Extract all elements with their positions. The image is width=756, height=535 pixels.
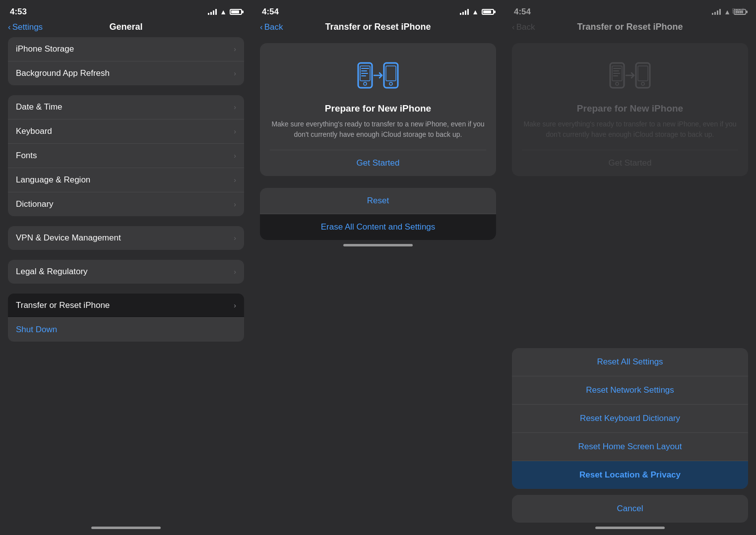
back-label-3: Back [516,22,535,32]
svg-rect-6 [361,75,366,76]
page-title-1: General [109,22,142,32]
dimmed-overlay: 4:54 ▲ Bath ‹ Back Transf [504,0,756,342]
bg-refresh-label: Background App Refresh [16,68,110,78]
nav-bar-2: ‹ Back Transfer or Reset iPhone [252,20,504,37]
chevron-icon: › [234,301,236,309]
keyboard-label: Keyboard [16,126,52,136]
svg-point-12 [616,82,619,85]
shutdown-label: Shut Down [16,325,57,335]
home-indicator-2 [343,244,413,246]
reset-location-privacy[interactable]: Reset Location & Privacy [512,461,748,489]
signal-bar-2 [462,12,464,15]
status-icons-1: ▲ [208,8,242,16]
settings-item-language[interactable]: Language & Region › [8,168,244,192]
chevron-icon: › [234,268,236,276]
status-bar-2: 4:54 ▲ [252,0,504,20]
panel-transfer: 4:54 ▲ ‹ Back Transfer or Reset iPhone [252,0,504,535]
settings-item-legal[interactable]: Legal & Regulatory › [8,260,244,284]
reset-keyboard-dictionary[interactable]: Reset Keyboard Dictionary [512,405,748,433]
transfer-reset-label: Transfer or Reset iPhone [16,300,110,310]
chevron-left-icon-2: ‹ [260,22,263,32]
vpn-label: VPN & Device Management [16,233,121,243]
signal-bar-4 [719,9,721,15]
reset-home-screen[interactable]: Reset Home Screen Layout [512,433,748,461]
signal-icon [208,9,217,15]
signal-bar-2 [714,12,716,15]
back-button-2[interactable]: ‹ Back [260,22,283,32]
chevron-left-icon: ‹ [8,22,11,32]
wifi-icon-3: ▲ [724,8,731,16]
cancel-button[interactable]: Cancel [512,495,748,523]
settings-group-locale: Date & Time › Keyboard › Fonts › Languag… [8,95,244,216]
chevron-icon: › [234,152,236,160]
iphone-storage-label: iPhone Storage [16,44,74,54]
chevron-icon: › [234,127,236,135]
battery-fill [231,10,239,13]
settings-group-storage: iPhone Storage › Background App Refresh … [8,37,244,85]
chevron-icon: › [234,234,236,242]
settings-item-dictionary[interactable]: Dictionary › [8,192,244,216]
page-title-2: Transfer or Reset iPhone [325,22,431,32]
reset-group: Reset Erase All Content and Settings [260,188,496,240]
home-indicator-3 [595,527,665,529]
settings-item-keyboard[interactable]: Keyboard › [8,119,244,144]
svg-rect-13 [613,68,621,69]
prepare-subtitle: Make sure everything's ready to transfer… [270,119,486,140]
svg-rect-15 [613,73,620,74]
svg-point-2 [364,82,367,85]
legal-label: Legal & Regulatory [16,267,88,277]
get-started-button[interactable]: Get Started [270,150,486,176]
battery-icon [230,9,242,15]
settings-item-iphone-storage[interactable]: iPhone Storage › [8,37,244,61]
reset-options-group: Reset All Settings Reset Network Setting… [512,348,748,489]
svg-rect-3 [361,68,369,69]
signal-bar-1 [460,13,461,15]
reset-section: Reset Erase All Content and Settings [260,188,496,240]
signal-bar-3 [717,10,718,15]
battery-fill-2 [483,10,491,13]
erase-label: Erase All Content and Settings [321,222,436,232]
back-button-1[interactable]: ‹ Settings [8,22,43,32]
reset-item-reset[interactable]: Reset [260,188,496,214]
signal-bar-4 [467,9,469,15]
reset-network-settings[interactable]: Reset Network Settings [512,376,748,405]
chevron-icon: › [234,45,236,53]
status-bar-3: 4:54 ▲ [504,0,756,20]
svg-rect-16 [613,75,618,76]
back-button-3[interactable]: ‹ Back [512,22,535,32]
signal-bar-3 [213,10,214,15]
nav-bar-3: ‹ Back Transfer or Reset iPhone [504,20,756,37]
reset-label: Reset [367,196,389,205]
settings-group-reset: Transfer or Reset iPhone › Shut Down [8,294,244,342]
chevron-left-icon-3: ‹ [512,22,515,32]
prepare-card: Prepare for New iPhone Make sure everyth… [260,43,496,176]
transfer-icon [356,58,400,95]
settings-item-vpn[interactable]: VPN & Device Management › [8,226,244,250]
settings-group-legal: Legal & Regulatory › [8,260,244,284]
settings-list: iPhone Storage › Background App Refresh … [0,37,252,523]
status-icons-2: ▲ [460,8,494,16]
settings-item-fonts[interactable]: Fonts › [8,144,244,168]
svg-rect-5 [361,73,368,74]
panel-reset-options: 4:54 ▲ Bath ‹ Back Transf [504,0,756,535]
reset-keyboard-label: Reset Keyboard Dictionary [580,414,680,423]
settings-item-bg-refresh[interactable]: Background App Refresh › [8,61,244,85]
settings-item-date-time[interactable]: Date & Time › [8,95,244,119]
settings-item-shutdown[interactable]: Shut Down [8,318,244,342]
battery-icon-2 [482,9,494,15]
reset-item-erase[interactable]: Erase All Content and Settings [260,214,496,240]
svg-point-9 [389,82,392,85]
dictionary-label: Dictionary [16,199,54,209]
home-indicator-1 [91,527,161,529]
status-bar-1: 4:53 ▲ [0,0,252,20]
signal-bar-1 [208,13,209,15]
chevron-icon: › [234,176,236,184]
reset-location-label: Reset Location & Privacy [579,470,681,479]
svg-rect-4 [361,70,367,71]
settings-item-transfer-reset[interactable]: Transfer or Reset iPhone › [8,294,244,318]
reset-all-settings[interactable]: Reset All Settings [512,348,748,376]
prepare-card-dimmed: Prepare for New iPhone Make sure everyth… [512,43,748,176]
back-label-2: Back [264,22,283,32]
date-time-label: Date & Time [16,102,63,112]
svg-rect-18 [638,66,648,81]
